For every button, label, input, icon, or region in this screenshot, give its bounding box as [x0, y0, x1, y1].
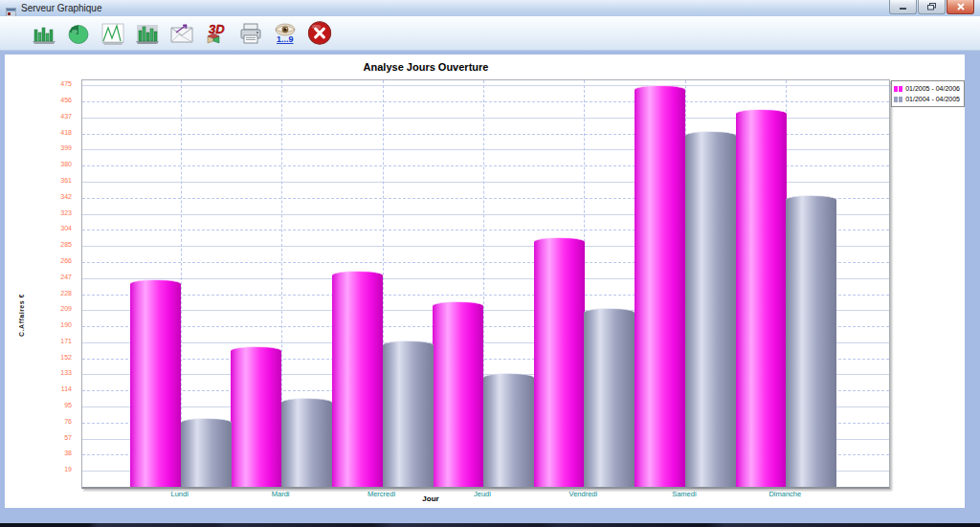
legend-marker-icon	[894, 97, 898, 102]
svg-text:3D: 3D	[209, 22, 225, 36]
bar-dimanche-s0	[736, 109, 787, 487]
y-tick-label: 247	[60, 274, 72, 280]
bar-chart-icon[interactable]	[32, 20, 56, 46]
legend-label: 01/2004 - 04/2005	[905, 94, 960, 104]
y-tick-label: 38	[64, 450, 72, 456]
y-tick-label: 475	[60, 80, 72, 87]
content-frame: Analyse Jours Ouverture C.Affaires € 193…	[0, 51, 980, 523]
bar-mercredi-s1	[383, 340, 434, 487]
legend: 01/2005 - 04/200601/2004 - 04/2005	[891, 80, 965, 107]
minimize-button[interactable]	[889, 0, 917, 14]
y-tick-label: 266	[60, 257, 72, 264]
legend-entry: 01/2005 - 04/2006	[894, 83, 960, 94]
bar-lundi-s0	[130, 279, 181, 487]
gridline	[82, 101, 889, 102]
bar-mardi-s0	[231, 346, 281, 487]
y-tick-label: 57	[64, 434, 72, 441]
toolbar: 3D 1...9	[0, 16, 980, 51]
show-values-icon[interactable]: 1...9	[273, 20, 298, 46]
y-tick-label: 323	[60, 209, 72, 216]
legend-entry: 01/2004 - 04/2005	[894, 94, 960, 104]
x-axis-title: Jour	[5, 494, 857, 503]
y-tick-label: 152	[60, 354, 72, 361]
3d-view-icon[interactable]: 3D	[204, 20, 229, 46]
y-tick-label: 342	[60, 193, 72, 200]
area-chart-icon[interactable]	[100, 20, 125, 46]
chart-title: Analyse Jours Ouverture	[5, 61, 847, 73]
bar-mercredi-s0	[332, 271, 383, 487]
y-tick-label: 19	[64, 466, 72, 472]
maximize-button[interactable]	[918, 0, 946, 14]
bar-samedi-s0	[635, 85, 685, 487]
pie-chart-icon[interactable]	[66, 20, 91, 46]
chart-panel: Analyse Jours Ouverture C.Affaires € 193…	[5, 55, 965, 508]
bar-samedi-s1	[685, 131, 736, 487]
y-tick-label: 171	[60, 338, 72, 344]
legend-marker-icon	[894, 86, 898, 92]
close-button[interactable]	[947, 0, 974, 14]
y-tick-label: 380	[60, 161, 72, 167]
legend-label: 01/2005 - 04/2006	[905, 83, 960, 94]
bar-lundi-s1	[181, 418, 232, 487]
y-tick-label: 76	[64, 418, 72, 425]
y-tick-label: 304	[60, 225, 72, 231]
exit-icon[interactable]	[307, 20, 332, 46]
y-tick-label: 190	[60, 321, 72, 328]
y-tick-label: 418	[60, 129, 72, 136]
taskbar-strip	[0, 523, 980, 527]
bar-jeudi-s0	[433, 301, 483, 487]
y-axis-ticks: 1938577695114133152171190209228247266285…	[5, 79, 76, 486]
gridline	[82, 85, 889, 86]
legend-marker-icon	[899, 97, 902, 102]
window-title: Serveur Graphique	[21, 1, 102, 16]
y-tick-label: 361	[60, 177, 72, 184]
legend-marker-icon	[899, 86, 902, 92]
y-tick-label: 133	[60, 369, 72, 376]
print-icon[interactable]	[238, 20, 263, 46]
y-tick-label: 285	[60, 241, 72, 248]
y-tick-label: 456	[60, 97, 72, 103]
titlebar: Serveur Graphique	[0, 0, 980, 17]
bar-dimanche-s1	[786, 195, 836, 487]
svg-text:1...9: 1...9	[277, 34, 294, 44]
y-tick-label: 437	[60, 113, 72, 120]
y-tick-label: 399	[60, 144, 72, 151]
bar-mardi-s1	[281, 398, 332, 487]
send-chart-icon[interactable]	[169, 20, 194, 46]
y-tick-label: 114	[61, 385, 72, 392]
bar-vendredi-s1	[584, 308, 635, 487]
bar-vendredi-s0	[534, 237, 585, 487]
bar-chart-alt-icon[interactable]	[135, 20, 160, 46]
y-tick-label: 95	[64, 402, 72, 408]
window-controls	[888, 0, 974, 14]
y-tick-label: 209	[60, 305, 72, 312]
y-tick-label: 228	[60, 290, 72, 296]
app-icon	[6, 4, 16, 13]
bar-jeudi-s1	[483, 373, 534, 487]
plot-area	[81, 79, 890, 489]
app-window: Serveur Graphique	[0, 0, 980, 527]
